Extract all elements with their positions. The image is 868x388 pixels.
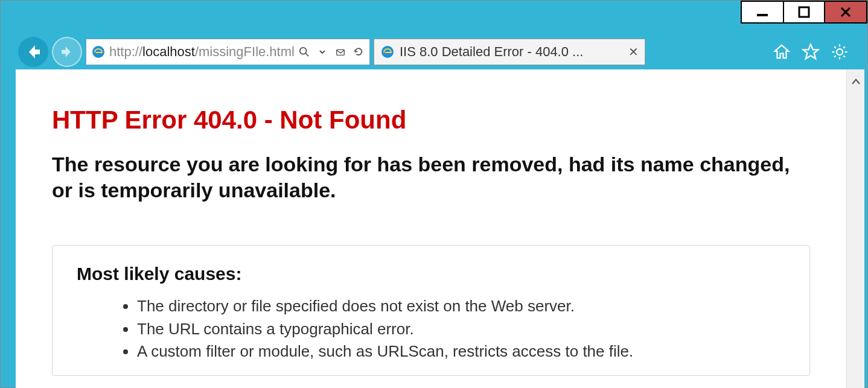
home-icon — [773, 43, 791, 61]
causes-box: Most likely causes: The directory or fil… — [52, 245, 810, 376]
browser-nav-row: http://localhost/missingFIle.html IIS 8.… — [18, 35, 850, 68]
svg-point-3 — [300, 47, 307, 54]
ie-logo-icon — [380, 45, 395, 59]
error-heading: HTTP Error 404.0 - Not Found — [52, 106, 810, 135]
tools-button[interactable] — [829, 42, 850, 62]
scroll-up-icon[interactable] — [850, 74, 861, 91]
window-minimize-button[interactable] — [741, 1, 783, 24]
list-item: The directory or file specified does not… — [137, 295, 785, 318]
url-host: localhost — [142, 44, 195, 59]
minimize-icon — [756, 5, 769, 19]
tab-close-button[interactable]: ✕ — [628, 45, 639, 59]
dropdown-icon[interactable] — [316, 46, 328, 58]
close-icon — [839, 5, 852, 19]
favorites-button[interactable] — [800, 42, 821, 62]
svg-rect-0 — [757, 14, 768, 16]
causes-list: The directory or file specified does not… — [77, 295, 785, 363]
causes-heading: Most likely causes: — [77, 264, 785, 284]
svg-rect-1 — [799, 7, 809, 17]
list-item: The URL contains a typographical error. — [137, 318, 785, 341]
vertical-scrollbar[interactable] — [846, 69, 864, 388]
page-content: HTTP Error 404.0 - Not Found The resourc… — [16, 69, 846, 388]
star-icon — [802, 43, 820, 61]
error-subheading: The resource you are looking for has bee… — [52, 151, 810, 203]
toolbar-right — [771, 42, 850, 62]
ie-logo-icon — [91, 45, 106, 59]
nav-back-button[interactable] — [18, 37, 48, 67]
page-viewport: HTTP Error 404.0 - Not Found The resourc… — [16, 69, 864, 388]
tab-title: IIS 8.0 Detailed Error - 404.0 ... — [400, 44, 624, 60]
window-titlebar — [1, 1, 867, 31]
gear-icon — [831, 43, 849, 61]
list-item: A custom filter or module, such as URLSc… — [137, 340, 785, 363]
home-button[interactable] — [771, 42, 792, 62]
arrow-left-icon — [24, 43, 42, 61]
window-maximize-button[interactable] — [783, 1, 825, 24]
url-prefix: http:// — [109, 44, 142, 59]
maximize-icon — [797, 5, 811, 19]
address-bar[interactable]: http://localhost/missingFIle.html — [86, 39, 370, 65]
browser-tab[interactable]: IIS 8.0 Detailed Error - 404.0 ... ✕ — [374, 39, 645, 65]
arrow-right-icon — [60, 45, 74, 59]
refresh-icon[interactable] — [353, 46, 365, 58]
url-text: http://localhost/missingFIle.html — [109, 44, 295, 60]
search-icon[interactable] — [298, 46, 310, 58]
address-bar-icons — [298, 46, 365, 58]
nav-forward-button[interactable] — [52, 37, 82, 67]
window-close-button[interactable] — [825, 1, 867, 24]
svg-line-4 — [306, 53, 309, 56]
browser-window: http://localhost/missingFIle.html IIS 8.… — [1, 1, 867, 387]
compatibility-icon[interactable] — [334, 46, 346, 58]
svg-rect-5 — [337, 49, 345, 55]
url-path: /missingFIle.html — [195, 44, 295, 59]
svg-point-7 — [837, 49, 843, 55]
